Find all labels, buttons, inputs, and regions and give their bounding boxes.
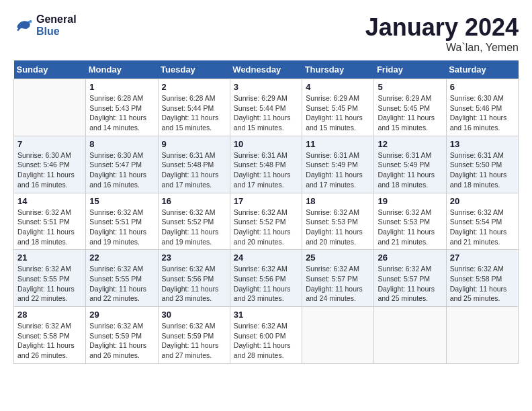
day-info: Sunrise: 6:30 AMSunset: 5:46 PMDaylight:… [17, 150, 82, 190]
day-number: 6 [450, 82, 515, 92]
calendar-table: SundayMondayTuesdayWednesdayThursdayFrid… [13, 60, 519, 364]
weekday-header-sunday: Sunday [14, 60, 86, 79]
calendar-cell: 2Sunrise: 6:28 AMSunset: 5:44 PMDaylight… [158, 79, 230, 136]
calendar-cell [14, 79, 86, 136]
calendar-cell: 22Sunrise: 6:32 AMSunset: 5:55 PMDayligh… [86, 250, 158, 307]
page-header: General Blue January 2024 Wa`lan, Yemen [13, 13, 519, 54]
calendar-cell: 31Sunrise: 6:32 AMSunset: 6:00 PMDayligh… [230, 307, 302, 364]
calendar-week-row: 7Sunrise: 6:30 AMSunset: 5:46 PMDaylight… [14, 136, 519, 193]
day-number: 30 [162, 310, 226, 320]
calendar-cell: 25Sunrise: 6:32 AMSunset: 5:57 PMDayligh… [302, 250, 374, 307]
logo-line1: General [36, 13, 77, 26]
day-info: Sunrise: 6:29 AMSunset: 5:45 PMDaylight:… [378, 93, 442, 133]
calendar-cell: 8Sunrise: 6:30 AMSunset: 5:47 PMDaylight… [86, 136, 158, 193]
calendar-cell: 7Sunrise: 6:30 AMSunset: 5:46 PMDaylight… [14, 136, 86, 193]
day-number: 3 [234, 82, 298, 92]
day-info: Sunrise: 6:32 AMSunset: 5:51 PMDaylight:… [17, 208, 82, 247]
calendar-cell: 23Sunrise: 6:32 AMSunset: 5:56 PMDayligh… [158, 250, 230, 307]
day-info: Sunrise: 6:32 AMSunset: 5:57 PMDaylight:… [378, 264, 442, 304]
day-number: 4 [306, 82, 370, 92]
day-info: Sunrise: 6:32 AMSunset: 6:00 PMDaylight:… [234, 321, 298, 361]
day-info: Sunrise: 6:29 AMSunset: 5:45 PMDaylight:… [306, 93, 370, 133]
day-info: Sunrise: 6:32 AMSunset: 5:53 PMDaylight:… [378, 208, 442, 247]
day-number: 17 [234, 196, 298, 206]
calendar-cell: 19Sunrise: 6:32 AMSunset: 5:53 PMDayligh… [374, 193, 446, 250]
day-number: 2 [162, 82, 226, 92]
day-info: Sunrise: 6:32 AMSunset: 5:51 PMDaylight:… [89, 208, 154, 247]
day-info: Sunrise: 6:32 AMSunset: 5:57 PMDaylight:… [306, 264, 370, 304]
calendar-cell: 6Sunrise: 6:30 AMSunset: 5:46 PMDaylight… [446, 79, 518, 136]
day-number: 29 [89, 310, 154, 320]
calendar-cell: 14Sunrise: 6:32 AMSunset: 5:51 PMDayligh… [14, 193, 86, 250]
calendar-cell: 12Sunrise: 6:31 AMSunset: 5:49 PMDayligh… [374, 136, 446, 193]
day-number: 20 [450, 196, 515, 206]
calendar-week-row: 14Sunrise: 6:32 AMSunset: 5:51 PMDayligh… [14, 193, 519, 250]
calendar-cell: 13Sunrise: 6:31 AMSunset: 5:50 PMDayligh… [446, 136, 518, 193]
calendar-cell: 5Sunrise: 6:29 AMSunset: 5:45 PMDaylight… [374, 79, 446, 136]
day-info: Sunrise: 6:31 AMSunset: 5:48 PMDaylight:… [234, 150, 298, 190]
weekday-header-friday: Friday [374, 60, 446, 79]
calendar-cell: 27Sunrise: 6:32 AMSunset: 5:58 PMDayligh… [446, 250, 518, 307]
weekday-header-tuesday: Tuesday [158, 60, 230, 79]
day-info: Sunrise: 6:32 AMSunset: 5:54 PMDaylight:… [450, 208, 515, 247]
day-number: 19 [378, 196, 442, 206]
logo-line2: Blue [36, 26, 77, 38]
day-info: Sunrise: 6:28 AMSunset: 5:44 PMDaylight:… [162, 93, 226, 133]
calendar-cell: 11Sunrise: 6:31 AMSunset: 5:49 PMDayligh… [302, 136, 374, 193]
day-info: Sunrise: 6:30 AMSunset: 5:47 PMDaylight:… [89, 150, 154, 190]
day-number: 13 [450, 139, 515, 149]
day-info: Sunrise: 6:32 AMSunset: 5:52 PMDaylight:… [234, 208, 298, 247]
calendar-cell: 4Sunrise: 6:29 AMSunset: 5:45 PMDaylight… [302, 79, 374, 136]
day-info: Sunrise: 6:32 AMSunset: 5:59 PMDaylight:… [162, 321, 226, 361]
day-info: Sunrise: 6:32 AMSunset: 5:55 PMDaylight:… [17, 264, 82, 304]
day-number: 12 [378, 139, 442, 149]
weekday-header-row: SundayMondayTuesdayWednesdayThursdayFrid… [14, 60, 519, 79]
day-info: Sunrise: 6:32 AMSunset: 5:55 PMDaylight:… [89, 264, 154, 304]
weekday-header-monday: Monday [86, 60, 158, 79]
day-info: Sunrise: 6:32 AMSunset: 5:56 PMDaylight:… [234, 264, 298, 304]
calendar-cell: 16Sunrise: 6:32 AMSunset: 5:52 PMDayligh… [158, 193, 230, 250]
day-info: Sunrise: 6:32 AMSunset: 5:53 PMDaylight:… [306, 208, 370, 247]
day-info: Sunrise: 6:32 AMSunset: 5:56 PMDaylight:… [162, 264, 226, 304]
day-number: 27 [450, 253, 515, 263]
day-number: 1 [89, 82, 154, 92]
day-number: 11 [306, 139, 370, 149]
day-number: 15 [89, 196, 154, 206]
day-number: 23 [162, 253, 226, 263]
day-number: 22 [89, 253, 154, 263]
day-info: Sunrise: 6:28 AMSunset: 5:43 PMDaylight:… [89, 93, 154, 133]
calendar-cell: 24Sunrise: 6:32 AMSunset: 5:56 PMDayligh… [230, 250, 302, 307]
calendar-cell: 1Sunrise: 6:28 AMSunset: 5:43 PMDaylight… [86, 79, 158, 136]
day-number: 16 [162, 196, 226, 206]
day-info: Sunrise: 6:29 AMSunset: 5:44 PMDaylight:… [234, 93, 298, 133]
day-number: 7 [17, 139, 82, 149]
calendar-cell: 10Sunrise: 6:31 AMSunset: 5:48 PMDayligh… [230, 136, 302, 193]
calendar-cell: 3Sunrise: 6:29 AMSunset: 5:44 PMDaylight… [230, 79, 302, 136]
day-info: Sunrise: 6:32 AMSunset: 5:58 PMDaylight:… [450, 264, 515, 304]
day-info: Sunrise: 6:31 AMSunset: 5:49 PMDaylight:… [306, 150, 370, 190]
day-info: Sunrise: 6:31 AMSunset: 5:50 PMDaylight:… [450, 150, 515, 190]
day-info: Sunrise: 6:32 AMSunset: 5:59 PMDaylight:… [89, 321, 154, 361]
logo-icon [13, 15, 34, 36]
calendar-cell [302, 307, 374, 364]
calendar-cell: 15Sunrise: 6:32 AMSunset: 5:51 PMDayligh… [86, 193, 158, 250]
day-info: Sunrise: 6:31 AMSunset: 5:48 PMDaylight:… [162, 150, 226, 190]
day-info: Sunrise: 6:32 AMSunset: 5:58 PMDaylight:… [17, 321, 82, 361]
calendar-title: January 2024 [365, 13, 519, 42]
day-info: Sunrise: 6:30 AMSunset: 5:46 PMDaylight:… [450, 93, 515, 133]
calendar-cell: 26Sunrise: 6:32 AMSunset: 5:57 PMDayligh… [374, 250, 446, 307]
day-info: Sunrise: 6:31 AMSunset: 5:49 PMDaylight:… [378, 150, 442, 190]
weekday-header-wednesday: Wednesday [230, 60, 302, 79]
calendar-week-row: 1Sunrise: 6:28 AMSunset: 5:43 PMDaylight… [14, 79, 519, 136]
calendar-cell [374, 307, 446, 364]
calendar-cell: 17Sunrise: 6:32 AMSunset: 5:52 PMDayligh… [230, 193, 302, 250]
calendar-subtitle: Wa`lan, Yemen [365, 42, 519, 54]
day-number: 10 [234, 139, 298, 149]
logo: General Blue [13, 13, 77, 37]
day-number: 8 [89, 139, 154, 149]
weekday-header-thursday: Thursday [302, 60, 374, 79]
calendar-cell: 29Sunrise: 6:32 AMSunset: 5:59 PMDayligh… [86, 307, 158, 364]
day-number: 5 [378, 82, 442, 92]
day-info: Sunrise: 6:32 AMSunset: 5:52 PMDaylight:… [162, 208, 226, 247]
day-number: 31 [234, 310, 298, 320]
